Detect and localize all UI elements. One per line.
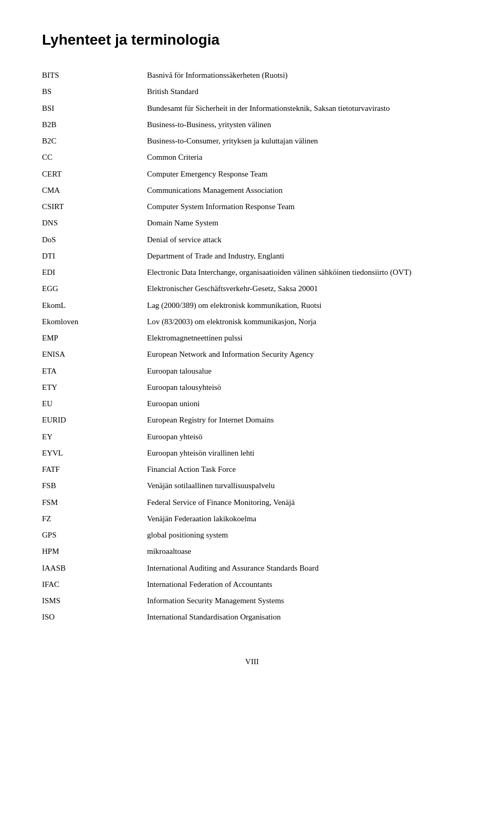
- definition-cell: Euroopan talousalue: [147, 363, 462, 379]
- definition-cell: Business-to-Consumer, yrityksen ja kulut…: [147, 133, 462, 149]
- table-row: CCCommon Criteria: [42, 149, 462, 166]
- definition-cell: Euroopan yhteisön virallinen lehti: [147, 445, 462, 461]
- abbreviation-cell: Ekomloven: [42, 314, 147, 330]
- definition-cell: International Auditing and Assurance Sta…: [147, 560, 462, 576]
- table-row: EDIElectronic Data Interchange, organisa…: [42, 264, 462, 281]
- table-row: ETAEuroopan talousalue: [42, 363, 462, 379]
- definition-cell: Electronic Data Interchange, organisaati…: [147, 264, 462, 281]
- definition-cell: Elektronischer Geschäftsverkehr-Gesetz, …: [147, 281, 462, 297]
- table-row: ISMSInformation Security Management Syst…: [42, 593, 462, 609]
- definition-cell: Business-to-Business, yritysten välinen: [147, 117, 462, 133]
- abbreviation-cell: ISO: [42, 609, 147, 625]
- table-row: GPSglobal positioning system: [42, 527, 462, 543]
- table-row: IFACInternational Federation of Accounta…: [42, 576, 462, 593]
- definition-cell: Federal Service of Finance Monitoring, V…: [147, 494, 462, 511]
- abbreviation-cell: BSI: [42, 100, 147, 117]
- definition-cell: Bundesamt für Sicherheit in der Informat…: [147, 100, 462, 117]
- definition-cell: Communications Management Association: [147, 182, 462, 199]
- glossary-table: BITSBasnivå för Informationssäkerheten (…: [42, 67, 462, 626]
- definition-cell: Venäjän Federaation lakikokoelma: [147, 511, 462, 527]
- definition-cell: Euroopan unioni: [147, 396, 462, 412]
- abbreviation-cell: FSB: [42, 478, 147, 494]
- definition-cell: Common Criteria: [147, 149, 462, 166]
- abbreviation-cell: FATF: [42, 461, 147, 478]
- table-row: FATFFinancial Action Task Force: [42, 461, 462, 478]
- definition-cell: Euroopan talousyhteisö: [147, 379, 462, 396]
- abbreviation-cell: EGG: [42, 281, 147, 297]
- table-row: B2BBusiness-to-Business, yritysten välin…: [42, 117, 462, 133]
- table-row: FZVenäjän Federaation lakikokoelma: [42, 511, 462, 527]
- table-row: ENISAEuropean Network and Information Se…: [42, 346, 462, 363]
- abbreviation-cell: BITS: [42, 67, 147, 84]
- abbreviation-cell: FSM: [42, 494, 147, 511]
- definition-cell: European Network and Information Securit…: [147, 346, 462, 363]
- abbreviation-cell: CSIRT: [42, 199, 147, 215]
- table-row: IAASBInternational Auditing and Assuranc…: [42, 560, 462, 576]
- abbreviation-cell: DTI: [42, 248, 147, 264]
- definition-cell: Euroopan yhteisö: [147, 429, 462, 445]
- abbreviation-cell: EYVL: [42, 445, 147, 461]
- abbreviation-cell: CERT: [42, 166, 147, 182]
- table-row: B2CBusiness-to-Consumer, yrityksen ja ku…: [42, 133, 462, 149]
- table-row: CERTComputer Emergency Response Team: [42, 166, 462, 182]
- definition-cell: Domain Name System: [147, 215, 462, 231]
- definition-cell: Basnivå för Informationssäkerheten (Ruot…: [147, 67, 462, 84]
- abbreviation-cell: EkomL: [42, 297, 147, 314]
- definition-cell: British Standard: [147, 84, 462, 100]
- abbreviation-cell: B2C: [42, 133, 147, 149]
- abbreviation-cell: EMP: [42, 330, 147, 346]
- definition-cell: Computer System Information Response Tea…: [147, 199, 462, 215]
- definition-cell: European Registry for Internet Domains: [147, 412, 462, 428]
- page-footer: VIII: [42, 657, 462, 666]
- definition-cell: Lov (83/2003) om elektronisk kommunikasj…: [147, 314, 462, 330]
- table-row: BSBritish Standard: [42, 84, 462, 100]
- table-row: DNSDomain Name System: [42, 215, 462, 231]
- abbreviation-cell: IAASB: [42, 560, 147, 576]
- abbreviation-cell: HPM: [42, 543, 147, 560]
- table-row: DTIDepartment of Trade and Industry, Eng…: [42, 248, 462, 264]
- definition-cell: Lag (2000/389) om elektronisk kommunikat…: [147, 297, 462, 314]
- table-row: EkomlovenLov (83/2003) om elektronisk ko…: [42, 314, 462, 330]
- abbreviation-cell: EY: [42, 429, 147, 445]
- definition-cell: mikroaaltoase: [147, 543, 462, 560]
- abbreviation-cell: ENISA: [42, 346, 147, 363]
- table-row: CSIRTComputer System Information Respons…: [42, 199, 462, 215]
- abbreviation-cell: ETA: [42, 363, 147, 379]
- definition-cell: Venäjän sotilaallinen turvallisuuspalvel…: [147, 478, 462, 494]
- table-row: CMACommunications Management Association: [42, 182, 462, 199]
- abbreviation-cell: GPS: [42, 527, 147, 543]
- table-row: EMPElektromagnetneettinen pulssi: [42, 330, 462, 346]
- abbreviation-cell: FZ: [42, 511, 147, 527]
- definition-cell: Elektromagnetneettinen pulssi: [147, 330, 462, 346]
- table-row: HPMmikroaaltoase: [42, 543, 462, 560]
- abbreviation-cell: CC: [42, 149, 147, 166]
- abbreviation-cell: CMA: [42, 182, 147, 199]
- table-row: FSMFederal Service of Finance Monitoring…: [42, 494, 462, 511]
- abbreviation-cell: B2B: [42, 117, 147, 133]
- table-row: EYVLEuroopan yhteisön virallinen lehti: [42, 445, 462, 461]
- definition-cell: Department of Trade and Industry, Englan…: [147, 248, 462, 264]
- definition-cell: International Standardisation Organisati…: [147, 609, 462, 625]
- abbreviation-cell: ETY: [42, 379, 147, 396]
- definition-cell: Information Security Management Systems: [147, 593, 462, 609]
- abbreviation-cell: BS: [42, 84, 147, 100]
- table-row: BSIBundesamt für Sicherheit in der Infor…: [42, 100, 462, 117]
- definition-cell: International Federation of Accountants: [147, 576, 462, 593]
- table-row: EUEuroopan unioni: [42, 396, 462, 412]
- definition-cell: global positioning system: [147, 527, 462, 543]
- table-row: EkomLLag (2000/389) om elektronisk kommu…: [42, 297, 462, 314]
- table-row: ETYEuroopan talousyhteisö: [42, 379, 462, 396]
- definition-cell: Denial of service attack: [147, 232, 462, 248]
- abbreviation-cell: EDI: [42, 264, 147, 281]
- abbreviation-cell: EURID: [42, 412, 147, 428]
- abbreviation-cell: ISMS: [42, 593, 147, 609]
- abbreviation-cell: EU: [42, 396, 147, 412]
- abbreviation-cell: DNS: [42, 215, 147, 231]
- table-row: ISOInternational Standardisation Organis…: [42, 609, 462, 625]
- abbreviation-cell: IFAC: [42, 576, 147, 593]
- page-title: Lyhenteet ja terminologia: [42, 32, 462, 48]
- definition-cell: Computer Emergency Response Team: [147, 166, 462, 182]
- definition-cell: Financial Action Task Force: [147, 461, 462, 478]
- table-row: BITSBasnivå för Informationssäkerheten (…: [42, 67, 462, 84]
- table-row: EGGElektronischer Geschäftsverkehr-Geset…: [42, 281, 462, 297]
